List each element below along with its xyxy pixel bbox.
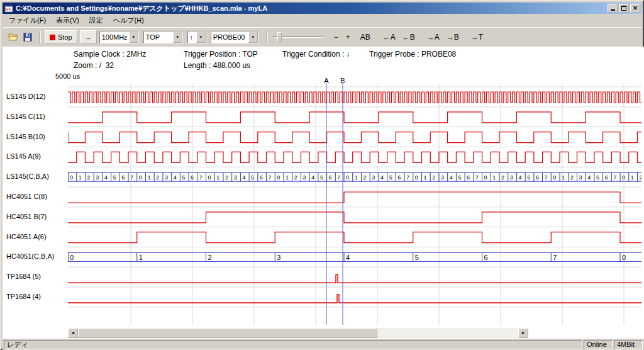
zoom-out-button[interactable]: − xyxy=(331,31,341,43)
pulse-trace xyxy=(68,274,641,283)
signal-trace xyxy=(68,112,641,123)
trigger-edge-select[interactable]: ↑ ▼ xyxy=(187,31,206,43)
menu-view[interactable]: 表示(V) xyxy=(51,14,84,27)
channel-label: LS145(C,B,A) xyxy=(6,172,67,180)
bus-value: 4 xyxy=(380,174,384,181)
signal-trace xyxy=(68,232,641,243)
bus-value: 6 xyxy=(605,174,608,181)
bus-value: 0 xyxy=(553,174,556,181)
bus-value: 5 xyxy=(415,254,419,261)
open-file-button[interactable] xyxy=(7,31,19,43)
stop-icon xyxy=(50,35,55,40)
bus-value: 3 xyxy=(441,174,444,181)
status-online: Online xyxy=(584,340,613,349)
goto-marker-b-right-button[interactable]: →B xyxy=(444,31,462,43)
bus-value: 3 xyxy=(165,174,168,181)
channel-label: LS145 C(11) xyxy=(6,113,67,120)
channel-label: HC4051 B(7) xyxy=(6,213,67,220)
trigger-condition-info: Trigger Condition : ↓ xyxy=(282,50,350,59)
bus-value: 7 xyxy=(475,174,479,181)
bus-value: 4 xyxy=(104,174,108,181)
statusbar: レディ Online 4MBit xyxy=(3,339,644,350)
goto-marker-b-left-button[interactable]: ←B xyxy=(400,31,418,43)
bus-value: 3 xyxy=(510,174,513,181)
close-button[interactable]: × xyxy=(630,4,640,13)
bus-value: 7 xyxy=(613,174,616,181)
bus-value: 0 xyxy=(70,174,73,181)
bus-value: 7 xyxy=(199,174,203,181)
trigger-edge-value: ↑ xyxy=(188,33,196,41)
zoom-in-button[interactable]: + xyxy=(343,31,353,43)
status-ready: レディ xyxy=(4,340,582,349)
trigger-probe-select[interactable]: PROBE00 ▼ xyxy=(211,31,258,43)
bus-value: 4 xyxy=(518,174,521,181)
horizontal-scrollbar[interactable]: ◄ ► xyxy=(68,328,528,338)
bus-value: 7 xyxy=(406,174,409,181)
floppy-disk-icon xyxy=(23,32,33,42)
bus-value: 4 xyxy=(174,174,177,181)
signal-trace xyxy=(68,212,641,223)
chevron-down-icon[interactable]: ▼ xyxy=(196,31,206,43)
bus-value: 3 xyxy=(372,174,375,181)
open-folder-icon xyxy=(8,32,18,42)
bus-value: 6 xyxy=(121,174,125,181)
trigger-position-info: Trigger Position : TOP xyxy=(184,50,258,59)
waveform-display[interactable]: 0123456701234567012345670123456701234567… xyxy=(68,83,641,327)
menu-settings[interactable]: 設定 xyxy=(84,14,108,27)
stop-button-label: Stop xyxy=(58,33,72,41)
bus-value: 5 xyxy=(320,174,323,181)
slider-thumb[interactable] xyxy=(277,32,282,42)
bus-value: 1 xyxy=(492,174,496,181)
ab-span-button[interactable]: AB xyxy=(358,31,373,43)
toolbar: Stop → 100MHz ▼ TOP ▼ ↑ ▼ PROBE00 ▼ − + … xyxy=(3,27,641,47)
bus-value: 4 xyxy=(450,174,453,181)
bus-value: 3 xyxy=(579,174,582,181)
bus-value: 1 xyxy=(424,174,427,181)
trigger-position-select[interactable]: TOP ▼ xyxy=(143,31,183,43)
signal-trace xyxy=(68,192,641,203)
bus-value: 6 xyxy=(467,174,470,181)
menu-help[interactable]: ヘルプ(H) xyxy=(108,14,149,27)
toolbar-separator xyxy=(40,31,41,43)
bus-value: 4 xyxy=(311,174,314,181)
toolbar-separator xyxy=(267,31,268,43)
signal-trace xyxy=(68,152,641,162)
maximize-icon xyxy=(621,6,626,11)
bus-value: 3 xyxy=(277,254,280,261)
bus-value: 3 xyxy=(303,174,306,181)
window-title: C:¥Documents and Settings¥noname¥デスクトップ¥… xyxy=(16,4,606,13)
stop-button[interactable]: Stop xyxy=(45,30,77,44)
titlebar[interactable]: C:¥Documents and Settings¥noname¥デスクトップ¥… xyxy=(3,3,641,14)
bus-value: 2 xyxy=(432,174,435,181)
maximize-button[interactable] xyxy=(619,4,629,13)
bus-value: 0 xyxy=(346,174,349,181)
goto-marker-a-left-button[interactable]: ←A xyxy=(380,31,398,43)
bus-value: 3 xyxy=(234,174,237,181)
chevron-down-icon[interactable]: ▼ xyxy=(173,31,182,43)
bus-value: 1 xyxy=(355,174,358,181)
goto-trigger-button[interactable]: →T xyxy=(469,31,486,43)
menu-file[interactable]: ファイル(F) xyxy=(4,14,51,27)
zoom-info: Zoom : / 32 xyxy=(74,61,114,70)
minimize-icon xyxy=(611,9,615,11)
bus-value: 5 xyxy=(113,174,116,181)
bus-value: 1 xyxy=(216,174,219,181)
zoom-slider[interactable] xyxy=(273,31,323,43)
bus-value: 2 xyxy=(640,174,641,181)
scroll-thumb[interactable] xyxy=(78,328,377,338)
bus-value: 2 xyxy=(363,174,366,181)
save-file-button[interactable] xyxy=(21,31,34,43)
run-button[interactable]: → xyxy=(80,30,97,44)
scroll-left-button[interactable]: ◄ xyxy=(68,328,78,338)
chevron-down-icon[interactable]: ▼ xyxy=(248,31,258,43)
run-arrow-icon: → xyxy=(85,33,92,41)
scroll-right-button[interactable]: ► xyxy=(518,328,528,338)
goto-marker-a-right-button[interactable]: →A xyxy=(425,31,442,43)
bus-value: 1 xyxy=(631,174,634,181)
bus-value: 2 xyxy=(156,174,159,181)
chevron-down-icon[interactable]: ▼ xyxy=(129,31,138,43)
bus-value: 5 xyxy=(527,174,530,181)
minimize-button[interactable] xyxy=(608,4,618,13)
sample-clock-select[interactable]: 100MHz ▼ xyxy=(99,31,139,43)
bus-value: 2 xyxy=(501,174,504,181)
